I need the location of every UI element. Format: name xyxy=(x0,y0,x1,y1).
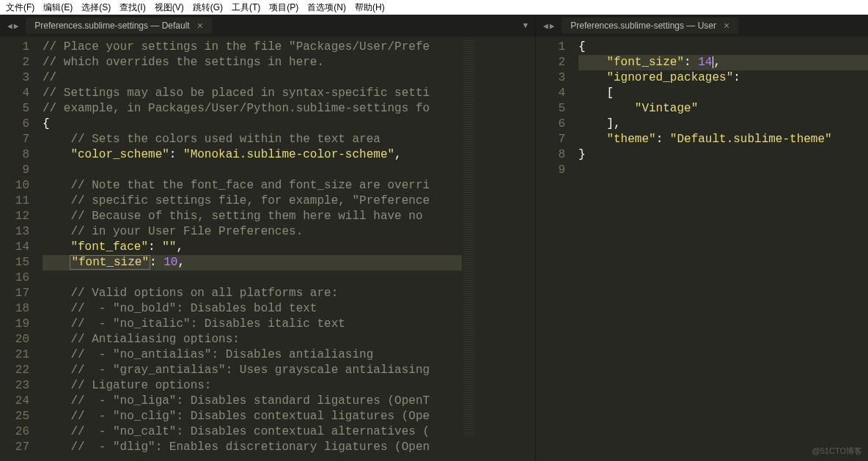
line-number: 2 xyxy=(0,55,29,70)
line-number: 2 xyxy=(536,55,565,70)
workspace: ◀ ▶ Preferences.sublime-settings — Defau… xyxy=(0,15,868,461)
minimap-left[interactable]: ────────────────────────────────────────… xyxy=(462,37,535,461)
line-number: 27 xyxy=(0,440,29,455)
line-number: 1 xyxy=(0,40,29,55)
nav-forward-icon[interactable]: ▶ xyxy=(14,21,19,31)
line-number: 25 xyxy=(0,409,29,424)
tab-default-settings[interactable]: Preferences.sublime-settings — Default × xyxy=(26,18,212,34)
nav-back-icon[interactable]: ◀ xyxy=(7,21,12,31)
nav-arrows[interactable]: ◀ ▶ xyxy=(539,21,559,31)
tab-user-settings[interactable]: Preferences.sublime-settings — User × xyxy=(562,18,738,34)
line-number: 3 xyxy=(536,70,565,86)
line-number: 6 xyxy=(536,117,565,132)
line-number: 10 xyxy=(0,178,29,193)
line-number: 9 xyxy=(536,163,565,178)
line-number: 1 xyxy=(536,40,565,55)
menu-bar[interactable]: 文件(F)编辑(E)选择(S)查找(I)视图(V)跳转(G)工具(T)项目(P)… xyxy=(0,0,868,15)
nav-forward-icon[interactable]: ▶ xyxy=(550,21,555,31)
line-number: 19 xyxy=(0,317,29,332)
line-number: 7 xyxy=(0,132,29,147)
gutter-right: 123456789 xyxy=(536,37,573,461)
menu-item[interactable]: 选择(S) xyxy=(77,1,115,14)
nav-back-icon[interactable]: ◀ xyxy=(543,21,548,31)
tab-overflow-icon[interactable]: ▼ xyxy=(523,21,528,30)
line-number: 15 xyxy=(0,255,29,270)
watermark: @51CTO博客 xyxy=(812,446,862,457)
tab-label: Preferences.sublime-settings — User xyxy=(570,21,716,31)
line-number: 8 xyxy=(536,147,565,163)
line-number: 9 xyxy=(0,163,29,178)
right-pane: ◀ ▶ Preferences.sublime-settings — User … xyxy=(535,15,868,461)
menu-item[interactable]: 工具(T) xyxy=(227,1,265,14)
line-number: 23 xyxy=(0,378,29,394)
code-left[interactable]: // Place your settings in the file "Pack… xyxy=(37,37,462,461)
editor-left[interactable]: 1234567891011121314151617181920212223242… xyxy=(0,37,535,461)
line-number: 5 xyxy=(536,101,565,117)
menu-item[interactable]: 项目(P) xyxy=(265,1,303,14)
line-number: 17 xyxy=(0,286,29,301)
line-number: 18 xyxy=(0,301,29,317)
line-number: 4 xyxy=(536,86,565,101)
tab-label: Preferences.sublime-settings — Default xyxy=(34,21,189,31)
line-number: 26 xyxy=(0,424,29,440)
line-number: 14 xyxy=(0,240,29,255)
line-number: 11 xyxy=(0,193,29,209)
menu-item[interactable]: 查找(I) xyxy=(115,1,150,14)
line-number: 16 xyxy=(0,270,29,286)
line-number: 21 xyxy=(0,347,29,363)
tab-row-left: ◀ ▶ Preferences.sublime-settings — Defau… xyxy=(0,15,535,37)
menu-item[interactable]: 帮助(H) xyxy=(350,1,389,14)
left-pane: ◀ ▶ Preferences.sublime-settings — Defau… xyxy=(0,15,535,461)
line-number: 12 xyxy=(0,209,29,224)
line-number: 3 xyxy=(0,70,29,86)
line-number: 7 xyxy=(536,132,565,147)
menu-item[interactable]: 文件(F) xyxy=(1,1,39,14)
line-number: 22 xyxy=(0,363,29,378)
editor-right[interactable]: 123456789 { "font_size": 14, "ignored_pa… xyxy=(536,37,868,461)
tab-row-right: ◀ ▶ Preferences.sublime-settings — User … xyxy=(536,15,868,37)
menu-item[interactable]: 跳转(G) xyxy=(188,1,227,14)
close-icon[interactable]: × xyxy=(197,21,203,31)
close-icon[interactable]: × xyxy=(724,21,729,31)
menu-item[interactable]: 首选项(N) xyxy=(303,1,350,14)
line-number: 5 xyxy=(0,101,29,117)
line-number: 20 xyxy=(0,332,29,347)
code-right[interactable]: { "font_size": 14, "ignored_packages": [… xyxy=(573,37,868,461)
line-number: 4 xyxy=(0,86,29,101)
line-number: 13 xyxy=(0,224,29,240)
gutter-left: 1234567891011121314151617181920212223242… xyxy=(0,37,37,461)
line-number: 24 xyxy=(0,394,29,409)
menu-item[interactable]: 视图(V) xyxy=(150,1,188,14)
line-number: 6 xyxy=(0,117,29,132)
menu-item[interactable]: 编辑(E) xyxy=(39,1,77,14)
line-number: 8 xyxy=(0,147,29,163)
nav-arrows[interactable]: ◀ ▶ xyxy=(3,21,23,31)
